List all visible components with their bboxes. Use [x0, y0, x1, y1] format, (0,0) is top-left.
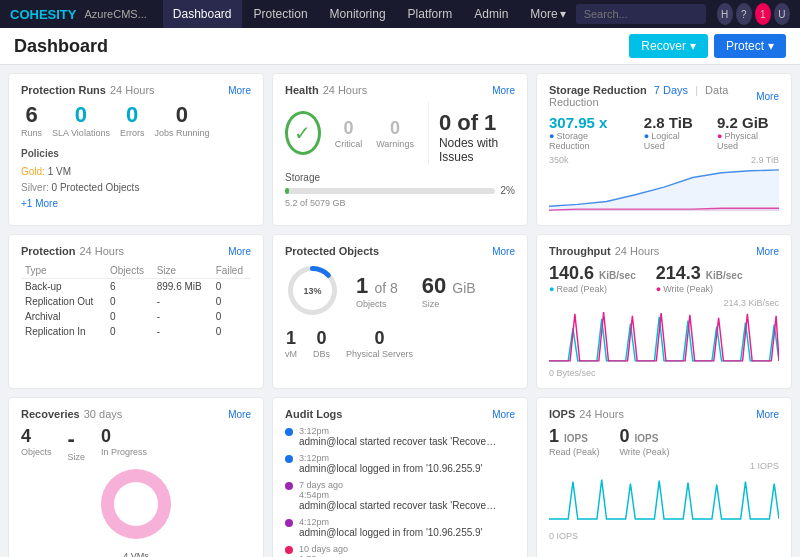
protection-table-card: Protection24 Hours More Type Objects Siz… [8, 234, 264, 389]
throughput-numbers: 140.6 KiB/sec Read (Peak) 214.3 KiB/sec … [549, 263, 779, 294]
warnings-count: 0 Warnings [376, 118, 414, 149]
audit-dot [285, 519, 293, 527]
storage-bar [285, 188, 495, 194]
storage-section: Storage 2% 5.2 of 5079 GB [285, 172, 515, 208]
top-navigation: COHESITY AzureCMS... Dashboard Protectio… [0, 0, 800, 28]
throughput-title: Throughput24 Hours More [549, 245, 779, 257]
recoveries-chart: 4 VMs [21, 470, 251, 540]
search-input[interactable] [576, 4, 706, 24]
help-icon[interactable]: H [717, 3, 733, 25]
storage-reduction-card: Storage Reduction 7 Days | Data Reductio… [536, 73, 792, 226]
health-more[interactable]: More [492, 85, 515, 96]
notification-icon[interactable]: 1 [755, 3, 771, 25]
nav-monitoring[interactable]: Monitoring [320, 0, 396, 28]
nodes-issues: 0 of 1 Nodes with Issues [428, 102, 515, 164]
iops-title: IOPS24 Hours More [549, 408, 779, 420]
recoveries-title: Recoveries30 days More [21, 408, 251, 420]
protected-objects-more[interactable]: More [492, 246, 515, 257]
nav-more[interactable]: More ▾ [520, 0, 575, 28]
audit-logs-title: Audit Logs More [285, 408, 515, 420]
storage-reduction-chart: 350k 2.9 TiB 150k 0 Bytes [549, 155, 779, 215]
vm-count: 1 vM [285, 328, 297, 359]
user-icon[interactable]: U [774, 3, 790, 25]
table-row: Replication Out0-0 [21, 294, 251, 309]
iops-chart [549, 471, 779, 531]
nav-protection[interactable]: Protection [244, 0, 318, 28]
recover-button[interactable]: Recover ▾ [629, 34, 708, 58]
audit-dot [285, 546, 293, 554]
table-row: Back-up6899.6 MiB0 [21, 279, 251, 295]
throughput-chart [549, 308, 779, 368]
table-row: Replication In0-0 [21, 324, 251, 339]
audit-logs-more[interactable]: More [492, 409, 515, 420]
policies-section: Policies Gold: 1 VM Silver: 0 Protected … [21, 146, 251, 212]
protected-objects-title: Protected Objects More [285, 245, 515, 257]
dbs-count: 0 DBs [313, 328, 330, 359]
storage-reduction-title: Storage Reduction 7 Days | Data Reductio… [549, 84, 779, 108]
recovered-size: - Size [68, 426, 86, 462]
health-title: Health24 Hours More [285, 84, 515, 96]
throughput-card: Throughput24 Hours More 140.6 KiB/sec Re… [536, 234, 792, 389]
question-icon[interactable]: ? [736, 3, 752, 25]
iops-more[interactable]: More [756, 409, 779, 420]
protected-objects-breakdown: 1 vM 0 DBs 0 Physical Servers [285, 328, 515, 359]
table-row: Archival0-0 [21, 309, 251, 324]
protect-button[interactable]: Protect ▾ [714, 34, 786, 58]
audit-log-item: 3:12pm admin@local logged in from '10.96… [285, 453, 515, 474]
recovered-objects: 4 Objects [21, 426, 52, 462]
recoveries-more[interactable]: More [228, 409, 251, 420]
logical-used-value: 2.8 TiB Logical Used [644, 114, 701, 151]
nav-dashboard[interactable]: Dashboard [163, 0, 242, 28]
jobs-running-count: 0 Jobs Running [154, 102, 209, 138]
audit-dot [285, 455, 293, 463]
nav-platform[interactable]: Platform [398, 0, 463, 28]
read-iops: 1 IOPS Read (Peak) [549, 426, 600, 457]
nav-admin[interactable]: Admin [464, 0, 518, 28]
physical-used-value: 9.2 GiB Physical Used [717, 114, 779, 151]
audit-log-item: 4:12pm admin@local logged in from '10.96… [285, 517, 515, 538]
write-throughput: 214.3 KiB/sec Write (Peak) [656, 263, 743, 294]
audit-dot [285, 482, 293, 490]
protection-table-more[interactable]: More [228, 246, 251, 257]
svg-point-5 [114, 482, 158, 526]
iops-card: IOPS24 Hours More 1 IOPS Read (Peak) 0 I… [536, 397, 792, 557]
main-nav: Dashboard Protection Monitoring Platform… [163, 0, 576, 28]
protection-runs-title: Protection Runs24 Hours More [21, 84, 251, 96]
health-check-icon: ✓ [285, 111, 321, 155]
audit-log-item: 10 days ago1:59pm admin@local created pr… [285, 544, 515, 557]
protection-table: Type Objects Size Failed Back-up6899.6 M… [21, 263, 251, 339]
sla-violations-count: 0 SLA Violations [52, 102, 110, 138]
subheader: Dashboard Recover ▾ Protect ▾ [0, 28, 800, 65]
protected-objects-count: 1 of 8 Objects [356, 273, 398, 309]
protection-runs-numbers: 6 Runs 0 SLA Violations 0 Errors 0 Jobs … [21, 102, 251, 138]
storage-reduction-more[interactable]: More [756, 91, 779, 102]
protected-objects-size: 60 GiB Size [422, 273, 476, 309]
storage-reduction-numbers: 307.95 x Storage Reduction 2.8 TiB Logic… [549, 114, 779, 151]
app-name: AzureCMS... [84, 8, 146, 20]
audit-log-item: 3:12pm admin@local started recover task … [285, 426, 515, 447]
recoveries-donut: 4 VMs [96, 464, 176, 547]
brand-logo: COHESITY [10, 7, 76, 22]
write-iops: 0 IOPS Write (Peak) [620, 426, 670, 457]
policies-title: Policies [21, 146, 251, 162]
audit-log-item: 7 days ago4:54pm admin@local started rec… [285, 480, 515, 511]
iops-numbers: 1 IOPS Read (Peak) 0 IOPS Write (Peak) [549, 426, 779, 457]
critical-count: 0 Critical [335, 118, 363, 149]
more-policies-link[interactable]: +1 More [21, 196, 251, 212]
protection-table-title: Protection24 Hours More [21, 245, 251, 257]
runs-count: 6 Runs [21, 102, 42, 138]
health-card: Health24 Hours More ✓ 0 Critical 0 Warni… [272, 73, 528, 226]
health-metrics: ✓ 0 Critical 0 Warnings 0 of 1 Nodes wit… [285, 102, 515, 164]
audit-logs-card: Audit Logs More 3:12pm admin@local start… [272, 397, 528, 557]
physical-servers-count: 0 Physical Servers [346, 328, 413, 359]
protected-objects-card: Protected Objects More 13% 1 of 8 Object… [272, 234, 528, 389]
throughput-more[interactable]: More [756, 246, 779, 257]
storage-reduction-value: 307.95 x Storage Reduction [549, 114, 628, 151]
dashboard-grid: Protection Runs24 Hours More 6 Runs 0 SL… [0, 65, 800, 557]
protected-objects-top: 13% 1 of 8 Objects 60 GiB Size [285, 263, 515, 318]
recoveries-numbers: 4 Objects - Size 0 In Progress [21, 426, 251, 462]
storage-bar-fill [285, 188, 289, 194]
page-title: Dashboard [14, 36, 108, 57]
protection-runs-more[interactable]: More [228, 85, 251, 96]
silver-policy: Silver: 0 Protected Objects [21, 180, 251, 196]
